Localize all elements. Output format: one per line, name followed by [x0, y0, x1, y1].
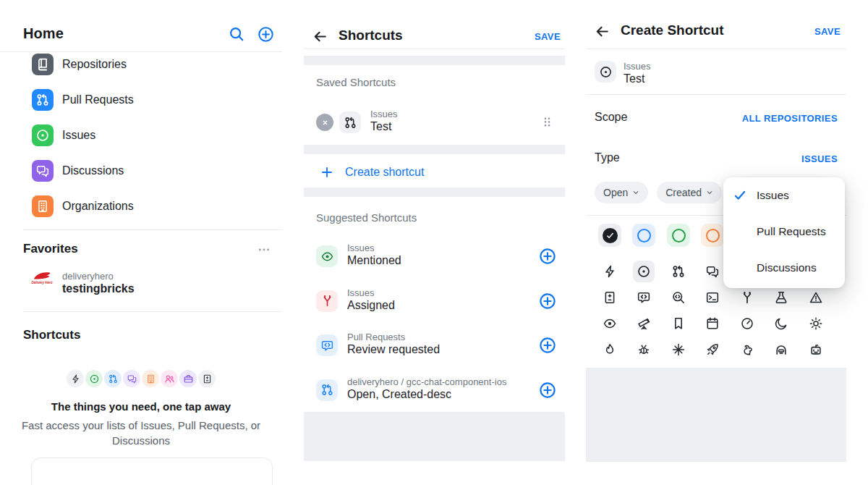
wrench-tile — [316, 290, 338, 312]
bookmark-icon[interactable] — [668, 313, 689, 334]
filter-chip-created[interactable]: Created — [657, 182, 722, 203]
suggested-shortcuts-heading: Suggested Shortcuts — [316, 211, 417, 224]
organization-icon — [36, 200, 49, 213]
grabber-icon[interactable] — [541, 116, 553, 128]
remove-x-circle-icon[interactable] — [316, 114, 333, 131]
suggested-name: Mentioned — [347, 254, 401, 267]
add-suggested-button[interactable] — [539, 248, 556, 265]
zap-circle — [67, 370, 84, 387]
shortcut-icons-row — [0, 370, 282, 387]
color-ring — [637, 229, 651, 242]
telescope-icon[interactable] — [633, 313, 655, 334]
bottom-card[interactable] — [31, 457, 273, 485]
menu-label: Organizations — [62, 195, 134, 217]
repo-icon — [36, 58, 49, 71]
color-swatch-black[interactable] — [598, 224, 621, 247]
kebab-horizontal-icon[interactable] — [258, 243, 271, 256]
add-suggested-button[interactable] — [539, 381, 556, 399]
filter-chip-open[interactable]: Open — [595, 182, 648, 203]
suggested-shortcut-row: IssuesAssigned — [304, 285, 565, 320]
bookmark-icon — [672, 317, 685, 330]
menu-label: Discussions — [62, 160, 124, 182]
wrench-icon — [321, 295, 333, 307]
dropdown-item-label: Discussions — [757, 261, 817, 274]
code-search-icon[interactable] — [668, 287, 689, 308]
issue-opened-icon — [36, 129, 49, 142]
code-review-icon[interactable] — [633, 287, 655, 308]
preview-name[interactable]: Test — [624, 72, 644, 85]
organization-tile — [32, 195, 54, 217]
zap-icon[interactable] — [599, 261, 621, 282]
file-diff-icon — [203, 374, 212, 384]
home-menu-item-issues[interactable]: Issues — [32, 125, 282, 146]
add-suggested-button[interactable] — [539, 337, 556, 354]
header-divider — [304, 48, 565, 49]
zap-icon — [603, 265, 616, 278]
beaker-icon[interactable] — [770, 287, 792, 308]
home-menu-item-repositories[interactable]: Repositories — [32, 54, 282, 75]
moon-icon[interactable] — [770, 313, 792, 334]
squirrel-icon[interactable] — [736, 339, 758, 360]
hubot-icon[interactable] — [770, 339, 792, 360]
add-suggested-button[interactable] — [539, 292, 556, 310]
terminal-icon[interactable] — [702, 287, 723, 308]
issue-opened-icon[interactable] — [633, 261, 655, 282]
telescope-icon — [637, 317, 650, 330]
calendar-icon — [706, 317, 719, 330]
scope-value-button[interactable]: ALL REPOSITORIES — [742, 113, 838, 124]
color-swatch-blue[interactable] — [632, 224, 655, 247]
color-swatch-orange[interactable] — [701, 224, 724, 247]
home-menu-item-discussions[interactable]: Discussions — [32, 160, 282, 182]
alert-icon[interactable] — [805, 287, 827, 308]
git-pull-request-icon[interactable] — [668, 261, 689, 282]
screenshot-root: Home RepositoriesPull RequestsIssuesDisc… — [0, 0, 868, 485]
git-pull-request-tile — [32, 89, 54, 111]
beaker-icon — [775, 291, 788, 304]
dropdown-item-pull-requests[interactable]: Pull Requests — [723, 214, 845, 250]
suggested-shortcut-row: deliveryhero / gcc-chat-component-iosOpe… — [304, 374, 565, 409]
shortcuts-screen: Shortcuts SAVE Saved Shortcuts Issues Te… — [304, 0, 565, 485]
squirrel-icon — [741, 343, 754, 356]
back-arrow-icon[interactable] — [595, 24, 610, 39]
save-button[interactable]: SAVE — [535, 31, 561, 42]
plus-icon — [320, 166, 333, 179]
save-button[interactable]: SAVE — [814, 26, 841, 37]
plus-circle-icon[interactable] — [258, 26, 274, 43]
terminal-icon — [706, 291, 719, 304]
preview-type: Issues — [624, 61, 651, 72]
comment-discussion-icon[interactable] — [702, 261, 723, 282]
git-pull-request-icon — [109, 374, 118, 384]
color-swatch-green[interactable] — [667, 224, 690, 247]
meter-icon[interactable] — [736, 313, 758, 334]
favorite-item-logo[interactable]: Delivery Hero — [30, 271, 55, 284]
favorite-name[interactable]: testingbricks — [62, 282, 135, 295]
type-dropdown-items: IssuesPull RequestsDiscussions — [723, 177, 845, 286]
create-shortcut-screen: Create Shortcut SAVE Issues Test Scope A… — [586, 0, 846, 485]
file-diff-icon[interactable] — [599, 287, 621, 308]
dropdown-item-issues[interactable]: Issues — [723, 177, 845, 214]
page-title: Shortcuts — [339, 28, 403, 43]
search-icon[interactable] — [229, 26, 244, 42]
rocket-icon[interactable] — [702, 339, 723, 360]
sun-icon[interactable] — [805, 313, 827, 334]
comment-discussion-circle — [123, 370, 140, 387]
dropdown-item-discussions[interactable]: Discussions — [723, 250, 845, 286]
bug-icon[interactable] — [633, 339, 655, 360]
dependabot-icon[interactable] — [805, 339, 827, 360]
calendar-icon[interactable] — [702, 313, 723, 334]
wrench-icon[interactable] — [736, 287, 758, 308]
check-icon — [733, 189, 746, 202]
flame-icon[interactable] — [599, 339, 621, 360]
create-shortcut-row[interactable]: Create shortcut — [304, 161, 565, 185]
type-dropdown: IssuesPull RequestsDiscussions — [723, 177, 845, 288]
home-menu-item-organizations[interactable]: Organizations — [32, 195, 282, 217]
home-menu-item-pull-requests[interactable]: Pull Requests — [32, 89, 282, 111]
bug-icon — [637, 343, 650, 356]
type-value-button[interactable]: ISSUES — [801, 153, 838, 164]
north-star-icon[interactable] — [668, 339, 689, 360]
back-arrow-icon[interactable] — [312, 29, 328, 44]
divider — [586, 94, 846, 95]
dropdown-item-label: Pull Requests — [757, 225, 826, 238]
eye-icon[interactable] — [599, 313, 621, 334]
header-divider — [0, 51, 282, 52]
